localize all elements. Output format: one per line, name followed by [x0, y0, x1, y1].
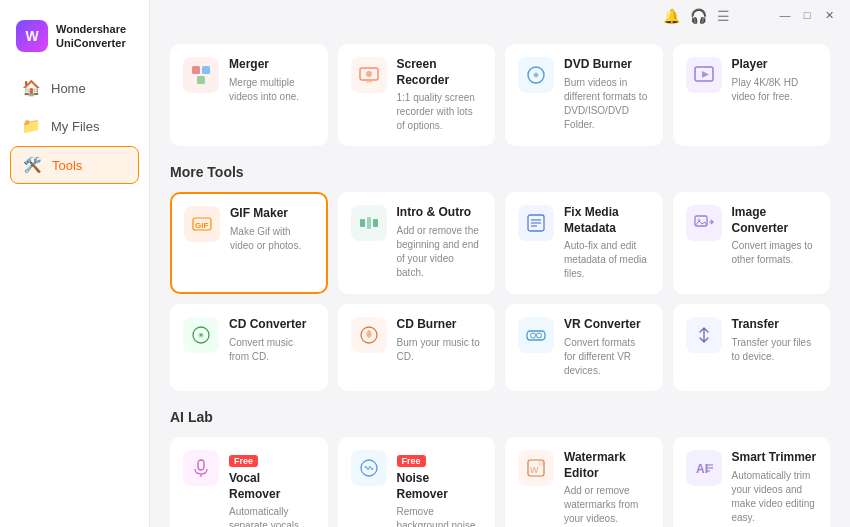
- sidebar-item-my-files[interactable]: 📁 My Files: [10, 108, 139, 144]
- svg-point-4: [366, 71, 372, 77]
- gif-maker-desc: Make Gif with video or photos.: [230, 225, 314, 253]
- merger-info: Merger Merge multiple videos into one.: [229, 57, 315, 104]
- svg-rect-13: [360, 219, 365, 227]
- svg-rect-0: [192, 66, 200, 74]
- player-desc: Play 4K/8K HD video for free.: [732, 76, 818, 104]
- cd-converter-desc: Convert music from CD.: [229, 336, 315, 364]
- noise-remover-info: Free Noise Remover Remove background noi…: [397, 450, 483, 527]
- menu-icon[interactable]: ☰: [717, 8, 730, 24]
- watermark-editor-desc: Add or remove watermarks from your video…: [564, 484, 650, 526]
- fix-metadata-icon: [518, 205, 554, 241]
- logo-icon: W: [16, 20, 48, 52]
- tool-cd-burner[interactable]: CD Burner Burn your music to CD.: [338, 304, 496, 391]
- svg-marker-10: [702, 71, 709, 78]
- close-button[interactable]: ✕: [822, 8, 836, 22]
- tool-merger[interactable]: Merger Merge multiple videos into one.: [170, 44, 328, 146]
- merger-name: Merger: [229, 57, 315, 73]
- watermark-editor-icon: W: [518, 450, 554, 486]
- intro-outro-icon: [351, 205, 387, 241]
- noise-remover-icon: [351, 450, 387, 486]
- sidebar-item-home[interactable]: 🏠 Home: [10, 70, 139, 106]
- sidebar-item-files-label: My Files: [51, 119, 99, 134]
- ai-lab-title: AI Lab: [170, 409, 830, 425]
- svg-text:AI: AI: [696, 462, 708, 476]
- tool-fix-metadata[interactable]: Fix Media Metadata Auto-fix and edit met…: [505, 192, 663, 294]
- tool-vocal-remover[interactable]: Free Vocal Remover Automatically separat…: [170, 437, 328, 527]
- svg-point-8: [535, 74, 537, 76]
- cd-converter-info: CD Converter Convert music from CD.: [229, 317, 315, 364]
- vocal-remover-desc: Automatically separate vocals from music…: [229, 505, 315, 527]
- svg-text:W: W: [530, 465, 539, 475]
- vocal-remover-badge: Free: [229, 455, 258, 467]
- svg-point-27: [531, 333, 536, 338]
- svg-rect-30: [198, 460, 204, 470]
- tool-noise-remover[interactable]: Free Noise Remover Remove background noi…: [338, 437, 496, 527]
- vr-converter-info: VR Converter Convert formats for differe…: [564, 317, 650, 378]
- svg-rect-5: [366, 81, 372, 83]
- more-tools-title: More Tools: [170, 164, 830, 180]
- sidebar-item-tools[interactable]: 🛠️ Tools: [10, 146, 139, 184]
- intro-outro-name: Intro & Outro: [397, 205, 483, 221]
- smart-trimmer-icon: AI: [686, 450, 722, 486]
- tool-dvd-burner[interactable]: DVD Burner Burn videos in different form…: [505, 44, 663, 146]
- sidebar: W Wondershare UniConverter 🏠 Home 📁 My F…: [0, 0, 150, 527]
- smart-trimmer-info: Smart Trimmer Automatically trim your vi…: [732, 450, 818, 525]
- dvd-burner-name: DVD Burner: [564, 57, 650, 73]
- files-icon: 📁: [22, 117, 41, 135]
- intro-outro-desc: Add or remove the beginning and end of y…: [397, 224, 483, 280]
- image-converter-desc: Convert images to other formats.: [732, 239, 818, 267]
- noise-remover-desc: Remove background noise from video/audio…: [397, 505, 483, 527]
- svg-rect-1: [202, 66, 210, 74]
- svg-point-24: [200, 334, 202, 336]
- maximize-button[interactable]: □: [800, 8, 814, 22]
- vr-converter-desc: Convert formats for different VR devices…: [564, 336, 650, 378]
- cd-converter-name: CD Converter: [229, 317, 315, 333]
- gif-maker-info: GIF Maker Make Gif with video or photos.: [230, 206, 314, 253]
- tools-icon: 🛠️: [23, 156, 42, 174]
- merger-desc: Merge multiple videos into one.: [229, 76, 315, 104]
- watermark-editor-info: Watermark Editor Add or remove watermark…: [564, 450, 650, 526]
- player-info: Player Play 4K/8K HD video for free.: [732, 57, 818, 104]
- tool-player[interactable]: Player Play 4K/8K HD video for free.: [673, 44, 831, 146]
- screen-recorder-icon: [351, 57, 387, 93]
- gif-maker-name: GIF Maker: [230, 206, 314, 222]
- tool-vr-converter[interactable]: VR Converter Convert formats for differe…: [505, 304, 663, 391]
- tool-cd-converter[interactable]: CD Converter Convert music from CD.: [170, 304, 328, 391]
- svg-text:GIF: GIF: [195, 221, 208, 230]
- merger-icon: [183, 57, 219, 93]
- smart-trimmer-name: Smart Trimmer: [732, 450, 818, 466]
- svg-point-28: [537, 333, 542, 338]
- notification-icon[interactable]: 🔔: [663, 8, 680, 24]
- tool-gif-maker[interactable]: GIF GIF Maker Make Gif with video or pho…: [170, 192, 328, 294]
- svg-rect-15: [367, 217, 371, 229]
- noise-remover-name: Noise Remover: [397, 471, 483, 502]
- screen-recorder-name: Screen Recorder: [397, 57, 483, 88]
- vocal-remover-name: Vocal Remover: [229, 471, 315, 502]
- intro-outro-info: Intro & Outro Add or remove the beginnin…: [397, 205, 483, 280]
- smart-trimmer-desc: Automatically trim your videos and make …: [732, 469, 818, 525]
- fix-metadata-name: Fix Media Metadata: [564, 205, 650, 236]
- window-controls: — □ ✕: [778, 8, 836, 22]
- vr-converter-name: VR Converter: [564, 317, 650, 333]
- fix-metadata-info: Fix Media Metadata Auto-fix and edit met…: [564, 205, 650, 281]
- tool-smart-trimmer[interactable]: AI Smart Trimmer Automatically trim your…: [673, 437, 831, 527]
- tool-transfer[interactable]: Transfer Transfer your files to device.: [673, 304, 831, 391]
- tool-image-converter[interactable]: Image Converter Convert images to other …: [673, 192, 831, 294]
- dvd-burner-info: DVD Burner Burn videos in different form…: [564, 57, 650, 132]
- screen-recorder-desc: 1:1 quality screen recorder with lots of…: [397, 91, 483, 133]
- transfer-info: Transfer Transfer your files to device.: [732, 317, 818, 364]
- headset-icon[interactable]: 🎧: [690, 8, 707, 24]
- tool-screen-recorder[interactable]: Screen Recorder 1:1 quality screen recor…: [338, 44, 496, 146]
- dvd-burner-desc: Burn videos in different formats to DVD/…: [564, 76, 650, 132]
- tool-watermark-editor[interactable]: W Watermark Editor Add or remove waterma…: [505, 437, 663, 527]
- tool-intro-outro[interactable]: Intro & Outro Add or remove the beginnin…: [338, 192, 496, 294]
- image-converter-icon: [686, 205, 722, 241]
- minimize-button[interactable]: —: [778, 8, 792, 22]
- vr-converter-icon: [518, 317, 554, 353]
- vocal-remover-info: Free Vocal Remover Automatically separat…: [229, 450, 315, 527]
- image-converter-info: Image Converter Convert images to other …: [732, 205, 818, 267]
- sidebar-item-home-label: Home: [51, 81, 86, 96]
- cd-converter-icon: [183, 317, 219, 353]
- ai-lab-grid: Free Vocal Remover Automatically separat…: [170, 437, 830, 527]
- home-icon: 🏠: [22, 79, 41, 97]
